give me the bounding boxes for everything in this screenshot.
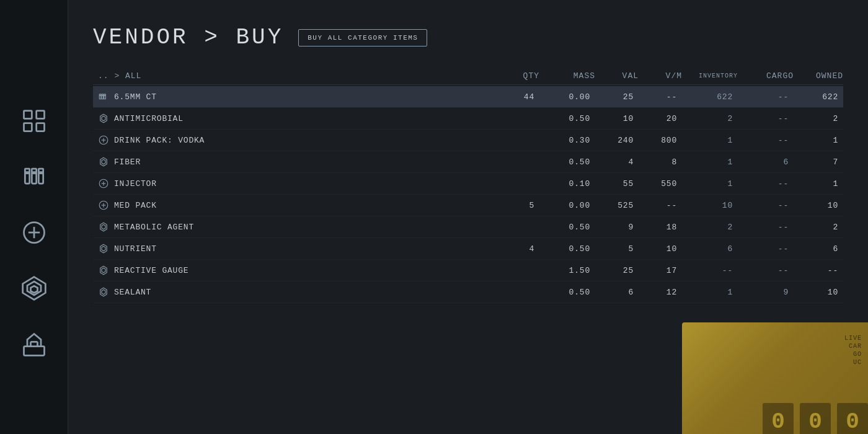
svg-rect-21 bbox=[99, 94, 101, 95]
table-row[interactable]: DRINK PACK: VODKA 0.30 240 800 1 -- 1 bbox=[93, 130, 843, 151]
item-table: .. > ALL QTY MASS VAL V/M INVENTORY CARG… bbox=[93, 68, 843, 303]
item-vm: 8 bbox=[634, 157, 677, 167]
sidebar-item-misc[interactable] bbox=[12, 322, 56, 366]
item-qty: 4 bbox=[485, 244, 534, 254]
item-val: 25 bbox=[590, 92, 634, 102]
svg-marker-32 bbox=[102, 159, 105, 164]
item-owned: 1 bbox=[789, 136, 838, 145]
item-vm: 20 bbox=[634, 114, 677, 123]
item-mass: 0.50 bbox=[534, 288, 590, 297]
item-vm: 800 bbox=[634, 136, 677, 145]
item-val: 6 bbox=[590, 288, 634, 297]
item-cargo: -- bbox=[733, 244, 789, 254]
col-vm-header: V/M bbox=[639, 71, 682, 81]
item-inventory: 2 bbox=[677, 114, 733, 123]
table-row[interactable]: REACTIVE GAUGE 1.50 25 17 -- -- -- bbox=[93, 260, 843, 281]
item-val: 4 bbox=[590, 157, 634, 167]
svg-marker-44 bbox=[102, 268, 105, 273]
item-inventory: 2 bbox=[677, 223, 733, 232]
item-mass: 0.00 bbox=[534, 201, 590, 210]
cargo-digit-2: 0 bbox=[800, 403, 831, 434]
sidebar-item-aid[interactable] bbox=[12, 211, 56, 254]
svg-marker-26 bbox=[100, 114, 107, 123]
buy-all-button[interactable]: BUY ALL CATEGORY ITEMS bbox=[298, 29, 427, 46]
item-inventory: 1 bbox=[677, 136, 733, 145]
cargo-box: LIVE CAR GO UC 0 0 0 bbox=[682, 322, 868, 434]
item-val: 9 bbox=[590, 223, 634, 232]
svg-marker-42 bbox=[102, 246, 105, 251]
table-row[interactable]: INJECTOR 0.10 55 550 1 -- 1 bbox=[93, 173, 843, 195]
item-name-text: INJECTOR bbox=[114, 179, 157, 188]
item-val: 5 bbox=[590, 244, 634, 254]
svg-marker-43 bbox=[100, 266, 107, 275]
svg-rect-5 bbox=[25, 169, 29, 173]
item-cargo: -- bbox=[733, 114, 789, 123]
item-name-text: NUTRIENT bbox=[114, 244, 157, 254]
item-name-text: METABOLIC AGENT bbox=[114, 223, 194, 232]
item-vm: 10 bbox=[634, 244, 677, 254]
item-mass: 0.00 bbox=[534, 92, 590, 102]
item-name-text: 6.5MM CT bbox=[114, 92, 157, 102]
aid-icon bbox=[98, 178, 109, 189]
item-owned: 622 bbox=[789, 92, 838, 102]
svg-marker-27 bbox=[102, 116, 105, 121]
item-cargo: -- bbox=[733, 136, 789, 145]
table-row[interactable]: METABOLIC AGENT 0.50 9 18 2 -- 2 bbox=[93, 216, 843, 238]
item-cargo: -- bbox=[733, 266, 789, 275]
item-name: NUTRIENT bbox=[98, 243, 485, 254]
aid-icon bbox=[20, 219, 48, 246]
col-inventory-header: INVENTORY bbox=[682, 73, 738, 79]
breadcrumb: .. > ALL QTY MASS VAL V/M INVENTORY CARG… bbox=[93, 68, 843, 85]
item-name: METABOLIC AGENT bbox=[98, 221, 485, 232]
table-row[interactable]: NUTRIENT 4 0.50 5 10 6 -- 6 bbox=[93, 238, 843, 260]
table-row[interactable]: MED PACK 5 0.00 525 -- 10 -- 10 bbox=[93, 195, 843, 216]
header: VENDOR > BUY BUY ALL CATEGORY ITEMS bbox=[93, 25, 843, 50]
grid-icon bbox=[20, 107, 48, 135]
item-inventory: -- bbox=[677, 266, 733, 275]
item-name-text: FIBER bbox=[114, 157, 141, 167]
table-row[interactable]: FIBER 0.50 4 8 1 6 7 bbox=[93, 151, 843, 173]
item-owned: 2 bbox=[789, 114, 838, 123]
item-qty: 44 bbox=[485, 92, 534, 102]
table-row[interactable]: 6.5MM CT 44 0.00 25 -- 622 -- 622 bbox=[93, 86, 843, 108]
svg-marker-41 bbox=[100, 244, 107, 253]
cargo-label-car: CAR bbox=[849, 343, 862, 350]
item-name: 6.5MM CT bbox=[98, 91, 485, 102]
resource-icon bbox=[98, 265, 109, 276]
item-owned: -- bbox=[789, 266, 838, 275]
cargo-digit-3: 0 bbox=[837, 403, 868, 434]
item-inventory: 6 bbox=[677, 244, 733, 254]
item-name: ANTIMICROBIAL bbox=[98, 113, 485, 124]
resources-icon bbox=[20, 275, 48, 302]
sidebar-item-resources[interactable] bbox=[12, 267, 56, 310]
item-inventory: 10 bbox=[677, 201, 733, 210]
cargo-label-live: LIVE bbox=[844, 335, 862, 342]
item-name: MED PACK bbox=[98, 200, 485, 211]
item-inventory: 622 bbox=[677, 92, 733, 102]
svg-marker-39 bbox=[100, 223, 107, 231]
col-qty-header: QTY bbox=[490, 71, 539, 81]
item-val: 55 bbox=[590, 179, 634, 188]
aid-icon bbox=[98, 200, 109, 211]
ammo-icon bbox=[20, 163, 48, 190]
item-val: 25 bbox=[590, 266, 634, 275]
cargo-digits: 0 0 0 bbox=[763, 403, 868, 434]
item-val: 240 bbox=[590, 136, 634, 145]
misc-icon bbox=[20, 330, 48, 358]
cargo-label-uc: UC bbox=[853, 359, 862, 366]
sidebar bbox=[0, 0, 68, 434]
cargo-digit-1: 0 bbox=[763, 403, 794, 434]
item-cargo: -- bbox=[733, 201, 789, 210]
svg-rect-0 bbox=[24, 111, 32, 119]
item-mass: 1.50 bbox=[534, 266, 590, 275]
svg-rect-1 bbox=[36, 111, 44, 119]
sidebar-item-all[interactable] bbox=[12, 99, 56, 143]
col-mass-header: MASS bbox=[539, 71, 595, 81]
item-name-text: DRINK PACK: VODKA bbox=[114, 136, 205, 145]
item-name: DRINK PACK: VODKA bbox=[98, 135, 485, 146]
breadcrumb-text: .. > ALL bbox=[93, 71, 490, 81]
col-owned-header: OWNED bbox=[794, 71, 843, 81]
item-cargo: -- bbox=[733, 92, 789, 102]
table-row[interactable]: ANTIMICROBIAL 0.50 10 20 2 -- 2 bbox=[93, 108, 843, 130]
sidebar-item-ammo[interactable] bbox=[12, 155, 56, 198]
